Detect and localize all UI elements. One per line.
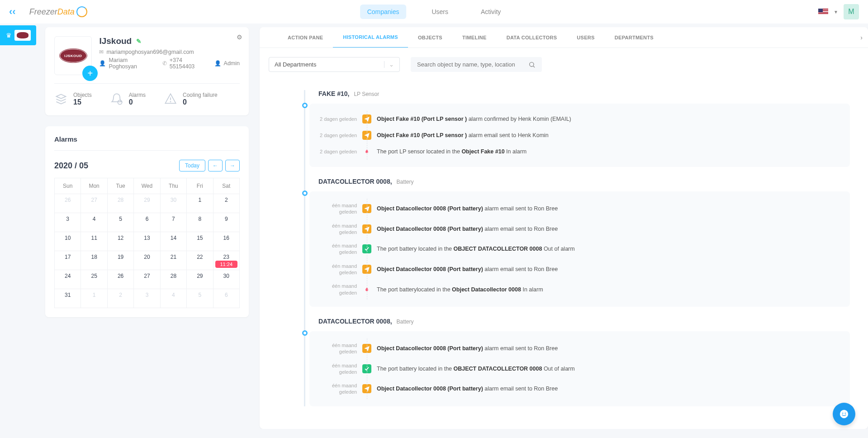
event-connector [367, 338, 368, 399]
tab-departments[interactable]: DEPARTMENTS [605, 28, 664, 48]
calendar-cell[interactable]: 11 [81, 232, 107, 251]
calendar-cell[interactable]: 22 [187, 251, 213, 270]
calendar-cell[interactable]: 4 [81, 213, 107, 232]
timeline-dot-icon [302, 103, 308, 108]
nav-companies[interactable]: Companies [360, 5, 407, 19]
role-icon: 👤 [214, 60, 221, 67]
alarms-icon [110, 92, 123, 106]
prev-button[interactable]: ← [208, 160, 223, 171]
nav-users[interactable]: Users [424, 5, 455, 19]
company-phone: +374 55154403 [170, 57, 207, 70]
calendar-cell[interactable]: 3 [55, 213, 81, 232]
event-time: 2 dagen geleden [319, 116, 357, 122]
gear-icon[interactable]: ⚙ [237, 33, 242, 41]
calendar-cell[interactable]: 4 [160, 289, 186, 308]
today-button[interactable]: Today [179, 160, 205, 171]
calendar-cell[interactable]: 15 [187, 232, 213, 251]
objects-icon [54, 92, 68, 106]
event-connector [367, 111, 368, 160]
calendar-day-header: Thu [160, 178, 186, 194]
company-stats: Objects15 Alarms0 Cooling failure0 [54, 92, 240, 106]
event-text: The port LP sensor located in the Object… [377, 148, 526, 155]
calendar-cell[interactable]: 19 [107, 251, 133, 270]
sidebar-company-badge[interactable]: ♛ [0, 25, 36, 45]
calendar-cell[interactable]: 6 [134, 213, 160, 232]
calendar-title: 2020 / 05 [54, 161, 88, 171]
search-icon[interactable] [528, 61, 536, 68]
nav-activity[interactable]: Activity [474, 5, 508, 19]
tab-action-pane[interactable]: ACTION PANE [278, 28, 333, 48]
event-text: The port batterylocated in the Object Da… [377, 286, 543, 293]
flag-us-icon[interactable] [818, 9, 828, 15]
calendar-cell[interactable]: 5 [107, 213, 133, 232]
calendar-cell[interactable]: 20 [134, 251, 160, 270]
event-text: Object Datacollector 0008 (Port battery)… [377, 386, 558, 392]
calendar-cell[interactable]: 7 [160, 213, 186, 232]
cooling-val: 0 [183, 98, 218, 106]
logo[interactable]: FreezerData [29, 6, 87, 17]
calendar-cell[interactable]: 21 [160, 251, 186, 270]
next-button[interactable]: → [225, 160, 240, 171]
calendar-cell[interactable]: 12 [107, 232, 133, 251]
calendar-cell[interactable]: 26 [55, 194, 81, 213]
calendar-cell[interactable]: 27 [134, 270, 160, 289]
calendar-cell[interactable]: 2 [107, 289, 133, 308]
calendar-cell[interactable]: 10 [55, 232, 81, 251]
calendar-cell[interactable]: 1 [187, 194, 213, 213]
svg-point-5 [840, 410, 848, 418]
calendar-cell[interactable]: 30 [160, 194, 186, 213]
crown-icon: ♛ [6, 32, 12, 39]
calendar-cell[interactable]: 2 [213, 194, 239, 213]
back-chevron-icon[interactable]: ‹‹ [9, 6, 16, 18]
tab-objects[interactable]: OBJECTS [408, 28, 452, 48]
tab-data-collectors[interactable]: DATA COLLECTORS [497, 28, 567, 48]
chevron-down-icon[interactable]: ▼ [834, 10, 838, 14]
event-row: één maand geledenObject Datacollector 00… [319, 199, 842, 219]
tab-historical-alarms[interactable]: HISTORICAL ALARMS [333, 27, 408, 48]
calendar-day-header: Fri [187, 178, 213, 194]
calendar-cell[interactable]: 27 [81, 194, 107, 213]
tabs-chevron-right-icon[interactable]: › [860, 34, 863, 41]
calendar-cell[interactable]: 16 [213, 232, 239, 251]
user-icon: 👤 [99, 60, 106, 67]
calendar-cell[interactable]: 29 [134, 194, 160, 213]
calendar-cell[interactable]: 28 [107, 194, 133, 213]
calendar-cell[interactable]: 6 [213, 289, 239, 308]
tab-users[interactable]: USERS [567, 28, 604, 48]
calendar-cell[interactable]: 5 [187, 289, 213, 308]
company-logo-text: IJSKOUD [60, 49, 87, 62]
calendar-cell[interactable]: 14 [160, 232, 186, 251]
calendar-cell[interactable]: 26 [107, 270, 133, 289]
calendar-cell[interactable]: 2311:24 [213, 251, 239, 270]
event-row: één maand geledenObject Datacollector 00… [319, 259, 842, 280]
chat-button[interactable] [833, 403, 855, 425]
company-logo: IJSKOUD + [54, 36, 92, 75]
calendar-cell[interactable]: 30 [213, 270, 239, 289]
calendar-cell[interactable]: 8 [187, 213, 213, 232]
calendar-cell[interactable]: 1 [81, 289, 107, 308]
add-button[interactable]: + [82, 66, 98, 81]
pencil-icon[interactable]: ✎ [136, 38, 142, 45]
calendar-cell[interactable]: 31 [55, 289, 81, 308]
calendar-cell[interactable]: 28 [160, 270, 186, 289]
avatar[interactable]: M [844, 4, 859, 19]
panel-tabs: ACTION PANEHISTORICAL ALARMSOBJECTSTIMEL… [260, 27, 868, 48]
svg-point-7 [845, 413, 846, 414]
svg-point-0 [118, 100, 122, 104]
tab-timeline[interactable]: TIMELINE [452, 28, 497, 48]
svg-point-3 [530, 62, 534, 66]
calendar-cell[interactable]: 3 [134, 289, 160, 308]
svg-line-4 [533, 66, 535, 67]
calendar-cell[interactable]: 13 [134, 232, 160, 251]
calendar-cell[interactable]: 18 [81, 251, 107, 270]
search-input[interactable] [417, 61, 528, 68]
calendar-cell[interactable]: 25 [81, 270, 107, 289]
objects-val: 15 [73, 98, 92, 106]
event-time: één maand geleden [319, 382, 357, 395]
search-input-wrapper [411, 57, 542, 72]
calendar-cell[interactable]: 24 [55, 270, 81, 289]
calendar-cell[interactable]: 17 [55, 251, 81, 270]
calendar-cell[interactable]: 9 [213, 213, 239, 232]
calendar-cell[interactable]: 29 [187, 270, 213, 289]
department-select[interactable]: All Departments ⌄ [269, 57, 400, 72]
